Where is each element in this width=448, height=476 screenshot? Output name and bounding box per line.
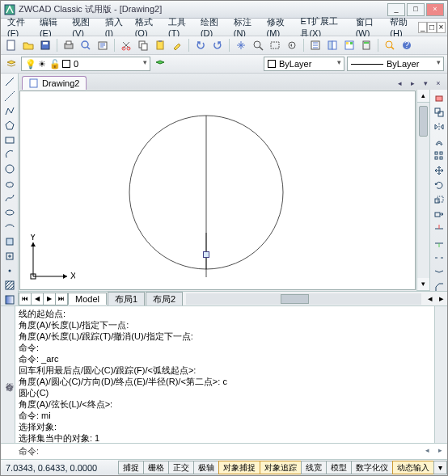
insert-block-icon[interactable]: [2, 235, 17, 248]
designcenter-icon[interactable]: [325, 38, 340, 53]
status-toggle-0[interactable]: 捕捉: [118, 461, 144, 474]
trim-icon[interactable]: [432, 222, 446, 235]
tab-left-icon[interactable]: ◂: [394, 78, 405, 90]
ellipse-icon[interactable]: [2, 206, 17, 219]
stretch-icon[interactable]: [432, 208, 446, 221]
break-icon[interactable]: [432, 251, 446, 264]
zoom-ext-icon[interactable]: [382, 38, 397, 53]
drawing-canvas[interactable]: X Y: [19, 91, 416, 290]
hscroll-left-icon[interactable]: ◂: [425, 293, 436, 304]
erase-icon[interactable]: [432, 91, 446, 104]
layer-combo[interactable]: 💡 ☀ 🔓 0: [21, 57, 150, 71]
scroll-down-icon[interactable]: ▾: [417, 278, 429, 291]
zoom-window-icon[interactable]: [268, 38, 282, 53]
command-input-row: 命令: ◂ ▸: [1, 443, 447, 459]
redo-icon[interactable]: [210, 38, 225, 53]
scroll-up-icon[interactable]: ▴: [417, 90, 429, 103]
doc-min-icon[interactable]: _: [418, 22, 427, 33]
svg-rect-59: [440, 157, 442, 159]
svg-rect-13: [157, 41, 163, 49]
close-button[interactable]: ×: [426, 3, 444, 16]
command-scrollbar[interactable]: [434, 306, 447, 443]
svg-rect-23: [346, 42, 349, 44]
command-history-line: 选择集当中的对象: 1: [19, 432, 431, 443]
status-toggle-8[interactable]: 数字化仪: [351, 461, 393, 474]
sun-icon: ☀: [38, 59, 46, 70]
status-toggle-7[interactable]: 模型: [326, 461, 352, 474]
circle-icon[interactable]: [2, 162, 17, 175]
coordinates[interactable]: 7.0343, 0.6433, 0.0000: [1, 463, 114, 473]
scale-icon[interactable]: [432, 193, 446, 206]
color-combo[interactable]: ByLayer: [264, 57, 344, 71]
tab-right-icon[interactable]: ▸: [407, 78, 418, 90]
command-history-line: 角度(A)/弦长(L)/<终点>:: [19, 398, 431, 410]
status-toggle-1[interactable]: 栅格: [143, 461, 169, 474]
paste-icon[interactable]: [153, 38, 167, 53]
rotate-icon[interactable]: [432, 179, 446, 192]
zoom-prev-icon[interactable]: [285, 38, 299, 53]
mirror-icon[interactable]: [432, 120, 446, 133]
gradient-icon[interactable]: [2, 293, 17, 306]
hscroll-right-icon[interactable]: ▸: [436, 293, 447, 304]
zoom-rt-icon[interactable]: [251, 38, 265, 53]
layer-prev-icon[interactable]: [153, 57, 167, 71]
extend-icon[interactable]: [432, 237, 446, 250]
make-block-icon[interactable]: [2, 250, 17, 263]
horizontal-scrollbar[interactable]: [186, 293, 421, 305]
ellipse-arc-icon[interactable]: [2, 221, 17, 234]
status-toggle-3[interactable]: 极轴: [193, 461, 219, 474]
new-icon[interactable]: [4, 38, 19, 53]
arc-icon[interactable]: [2, 148, 17, 161]
point-icon[interactable]: [2, 264, 17, 277]
polyline-icon[interactable]: [2, 104, 17, 117]
status-toggle-2[interactable]: 正交: [168, 461, 194, 474]
copy-icon[interactable]: [136, 38, 150, 53]
doc-close-icon[interactable]: ×: [437, 22, 446, 33]
xline-icon[interactable]: [2, 90, 17, 103]
svg-point-6: [82, 41, 88, 48]
open-icon[interactable]: [21, 38, 36, 53]
calc-icon[interactable]: [359, 38, 374, 53]
cut-icon[interactable]: [119, 38, 133, 53]
undo-icon[interactable]: [193, 38, 208, 53]
status-menu-icon[interactable]: ▾: [433, 461, 447, 474]
array-icon[interactable]: [432, 150, 446, 162]
spline-icon[interactable]: [2, 192, 17, 204]
status-toggle-5[interactable]: 对象追踪: [260, 461, 302, 474]
document-tab[interactable]: Drawing2: [22, 76, 87, 90]
matchprop-icon[interactable]: [170, 38, 184, 53]
offset-icon[interactable]: [432, 135, 446, 148]
preview-icon[interactable]: [78, 38, 93, 53]
polygon-icon[interactable]: [2, 119, 17, 132]
join-icon[interactable]: [432, 266, 446, 279]
doc-icon: [29, 78, 39, 88]
status-toggle-4[interactable]: 对象捕捉: [218, 461, 260, 474]
plot-icon[interactable]: [61, 38, 76, 53]
rectangle-icon[interactable]: [2, 133, 17, 146]
doc-max-icon[interactable]: □: [427, 22, 436, 33]
help-icon[interactable]: ?: [399, 38, 414, 53]
cmd-right-icon[interactable]: ▸: [434, 446, 446, 457]
publish-icon[interactable]: [95, 38, 110, 53]
revcloud-icon[interactable]: [2, 177, 17, 190]
tab-list-icon[interactable]: ▾: [420, 78, 431, 90]
status-toggle-6[interactable]: 线宽: [301, 461, 327, 474]
move-icon[interactable]: [432, 164, 446, 177]
cmd-left-icon[interactable]: ◂: [421, 446, 433, 457]
properties-icon[interactable]: [308, 38, 323, 53]
grip-handle[interactable]: [203, 251, 209, 258]
command-input[interactable]: [42, 445, 420, 458]
linetype-combo[interactable]: ByLayer: [347, 57, 444, 71]
command-history-line: 选择对象:: [19, 421, 431, 432]
toolpalette-icon[interactable]: [342, 38, 357, 53]
vertical-scrollbar[interactable]: ▴ ▾: [416, 90, 429, 291]
tab-close-icon[interactable]: ×: [433, 78, 444, 90]
copy-obj-icon[interactable]: [432, 106, 446, 119]
save-icon[interactable]: [38, 38, 53, 53]
line-icon[interactable]: [2, 75, 17, 88]
layer-manager-icon[interactable]: [4, 57, 19, 71]
command-history[interactable]: 线的起始点:角度(A)/长度(L)/指定下一点:角度(A)/长度(L)/跟踪(T…: [15, 306, 434, 443]
status-toggle-9[interactable]: 动态输入: [392, 461, 434, 474]
hatch-icon[interactable]: [2, 279, 17, 292]
pan-icon[interactable]: [234, 38, 248, 53]
